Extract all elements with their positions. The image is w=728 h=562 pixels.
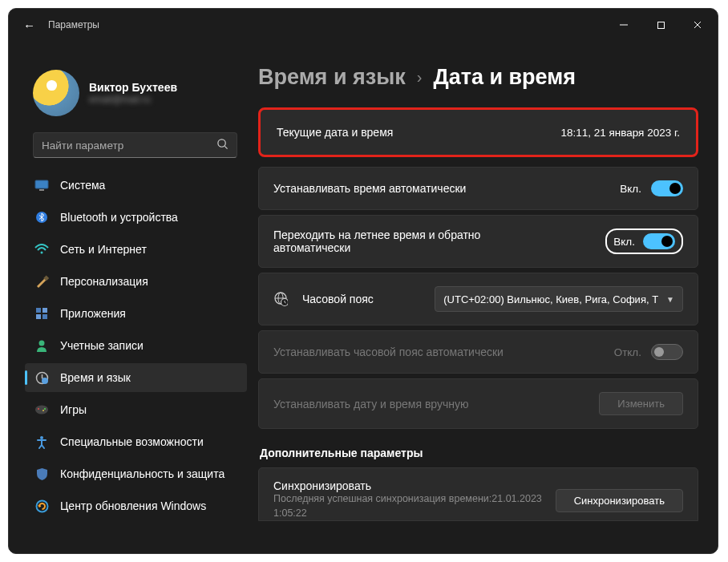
privacy-icon [34,467,49,481]
main-content: Время и язык › Дата и время Текущие дата… [253,41,718,553]
auto-time-state: Вкл. [620,183,641,195]
sidebar-item-personalization[interactable]: Персонализация [25,267,247,296]
svg-rect-7 [39,189,44,191]
accessibility-icon [34,435,49,449]
timezone-select[interactable]: (UTC+02:00) Вильнюс, Киев, Рига, София, … [435,286,683,312]
change-datetime-button: Изменить [599,392,683,415]
svg-rect-11 [36,308,41,313]
manual-datetime-card: Устанавливать дату и время вручную Измен… [258,378,698,429]
globe-clock-icon [273,292,288,306]
manual-datetime-label: Устанавливать дату и время вручную [273,398,469,410]
dst-state: Вкл. [613,236,635,248]
svg-point-22 [40,436,43,439]
sidebar-item-label: Конфиденциальность и защита [60,467,224,480]
svg-point-15 [39,341,45,346]
sidebar-item-accessibility[interactable]: Специальные возможности [25,427,247,456]
window-title: Параметры [48,19,99,30]
window-controls [605,9,716,41]
sidebar-item-system[interactable]: Система [25,171,247,200]
sidebar-item-label: Персонализация [60,275,148,288]
svg-point-18 [35,406,48,414]
current-datetime-label: Текущие дата и время [277,126,393,139]
system-icon [34,178,49,192]
svg-point-21 [42,410,44,411]
svg-rect-6 [35,180,48,188]
profile-name: Виктор Бухтеев [89,81,177,94]
current-datetime-card: Текущие дата и время 18:11, 21 января 20… [258,107,698,157]
additional-section-title: Дополнительные параметры [260,447,698,459]
chevron-right-icon: › [417,68,423,87]
page-title: Дата и время [433,65,576,90]
account-icon [34,338,49,353]
sync-label: Синхронизировать [273,479,556,492]
auto-tz-label: Устанавливать часовой пояс автоматически [273,346,504,358]
sidebar-item-network[interactable]: Сеть и Интернет [25,235,247,264]
sidebar-item-label: Система [60,179,105,192]
svg-rect-12 [42,308,47,313]
svg-rect-13 [36,314,41,319]
svg-line-5 [224,146,227,148]
bluetooth-icon [34,210,49,224]
breadcrumb-level1[interactable]: Время и язык [258,65,406,90]
auto-tz-card: Устанавливать часовой пояс автоматически… [258,330,698,374]
sidebar-item-bluetooth[interactable]: Bluetooth и устройства [25,203,247,232]
wifi-icon [34,242,49,257]
svg-point-9 [41,252,43,254]
auto-time-toggle[interactable] [651,180,683,196]
svg-rect-14 [42,314,47,319]
sidebar-item-label: Учетные записи [60,339,144,352]
nav: Система Bluetooth и устройства Сеть и Ин… [9,168,253,524]
svg-point-17 [42,378,48,384]
back-button[interactable]: ← [23,18,35,32]
profile[interactable]: Виктор Бухтеев email@mail.ru [9,70,253,132]
timezone-card: Часовой пояс (UTC+02:00) Вильнюс, Киев, … [258,273,698,325]
sidebar-item-label: Центр обновления Windows [60,499,206,512]
apps-icon [34,306,49,321]
sidebar-item-accounts[interactable]: Учетные записи [25,331,247,360]
auto-tz-toggle [651,344,683,360]
sidebar-item-label: Сеть и Интернет [60,243,147,256]
sidebar-item-label: Игры [60,403,87,416]
maximize-button[interactable] [642,9,679,41]
sidebar-item-update[interactable]: Центр обновления Windows [25,491,247,520]
time-language-icon [34,370,49,385]
svg-point-23 [36,500,47,511]
sidebar-item-label: Специальные возможности [60,435,204,448]
timezone-label: Часовой пояс [302,293,374,305]
auto-time-card: Устанавливать время автоматически Вкл. [258,167,698,210]
sidebar-item-apps[interactable]: Приложения [25,299,247,328]
settings-window: ← Параметры Виктор Бухтеев email@mail.ru [8,8,718,554]
sidebar-item-time-language[interactable]: Время и язык [25,363,247,392]
sync-now-button[interactable]: Синхронизировать [556,489,683,512]
avatar [33,70,79,116]
sidebar-item-privacy[interactable]: Конфиденциальность и защита [25,459,247,488]
svg-point-19 [38,408,39,410]
current-datetime-value: 18:11, 21 января 2023 г. [560,127,680,139]
minimize-button[interactable] [605,9,642,41]
sidebar-item-label: Время и язык [60,371,131,384]
svg-point-4 [218,139,225,147]
dst-toggle-focus: Вкл. [605,228,683,254]
search-box[interactable] [33,132,237,158]
sync-card: Синхронизировать Последняя успешная синх… [258,467,698,521]
dst-toggle[interactable] [643,233,675,249]
breadcrumb: Время и язык › Дата и время [258,65,698,90]
sync-sub: Последняя успешная синхронизация времени… [273,492,556,520]
sidebar-item-gaming[interactable]: Игры [25,395,247,424]
dst-label: Переходить на летнее время и обратно авт… [273,228,522,254]
profile-email: email@mail.ru [89,94,177,105]
svg-rect-1 [657,22,664,28]
brush-icon [34,274,49,289]
chevron-down-icon: ▼ [666,295,674,304]
timezone-value: (UTC+02:00) Вильнюс, Киев, Рига, София, … [443,293,658,305]
search-icon [216,138,229,152]
close-button[interactable] [679,9,716,41]
svg-point-20 [44,408,46,410]
titlebar: ← Параметры [9,9,718,41]
games-icon [34,402,49,417]
update-icon [34,499,49,513]
sidebar-item-label: Приложения [60,307,126,320]
sidebar: Виктор Бухтеев email@mail.ru Система [9,41,253,553]
auto-tz-state: Откл. [614,346,641,358]
search-input[interactable] [42,139,216,152]
